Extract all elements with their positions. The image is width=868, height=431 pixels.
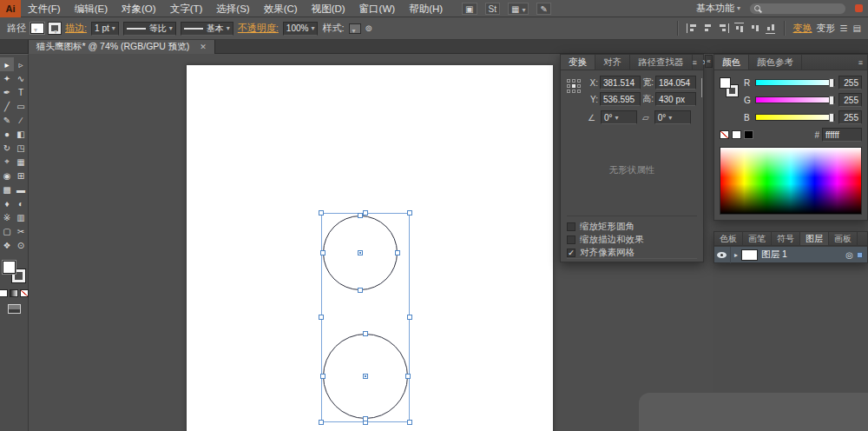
- fill-proxy-swatch[interactable]: [720, 77, 731, 89]
- hand-tool[interactable]: ❖: [0, 238, 14, 252]
- search-input[interactable]: [749, 3, 846, 15]
- eyedropper-tool[interactable]: ♦: [0, 196, 14, 210]
- tab-align[interactable]: 对齐: [595, 55, 630, 70]
- screen-mode-icon[interactable]: [8, 304, 21, 314]
- anchor-point[interactable]: [358, 288, 363, 293]
- opacity-link[interactable]: 不透明度:: [238, 22, 279, 35]
- selection-handle[interactable]: [319, 210, 324, 216]
- magic-wand-tool[interactable]: ✦: [0, 71, 14, 85]
- slider-knob[interactable]: [829, 78, 834, 88]
- style-badge-icon[interactable]: St: [485, 3, 500, 15]
- hex-field[interactable]: ffffff: [822, 128, 862, 142]
- reference-point-locator[interactable]: [567, 79, 581, 106]
- rectangle-tool[interactable]: ▭: [14, 99, 28, 113]
- none-swatch[interactable]: [720, 130, 729, 139]
- red-value-field[interactable]: 255: [838, 76, 862, 90]
- column-graph-tool[interactable]: ▥: [14, 210, 28, 224]
- fill-color-swatch[interactable]: [30, 23, 44, 34]
- direct-selection-tool[interactable]: ▹: [14, 57, 28, 71]
- h-field[interactable]: 430 px: [655, 92, 696, 106]
- checkbox[interactable]: [567, 222, 575, 231]
- center-point[interactable]: [358, 250, 363, 255]
- align-right-icon[interactable]: [718, 23, 729, 33]
- selection-handle[interactable]: [319, 420, 324, 425]
- align-left-icon[interactable]: [687, 23, 698, 33]
- menu-help[interactable]: 帮助(H): [402, 0, 450, 17]
- blue-value-field[interactable]: 255: [838, 110, 862, 124]
- recolor-artwork-icon[interactable]: ⊚: [365, 23, 372, 33]
- slice-tool[interactable]: ✂: [14, 224, 28, 238]
- selection-handle[interactable]: [363, 210, 368, 216]
- panel-menu-icon[interactable]: ≡: [858, 58, 863, 67]
- menu-view[interactable]: 视图(D): [305, 0, 352, 17]
- workspace-switcher-icon[interactable]: ▦: [508, 3, 529, 15]
- rotate-tool[interactable]: ↻: [0, 141, 14, 155]
- opacity-field[interactable]: 100%: [283, 22, 319, 36]
- zoom-tool[interactable]: ⊙: [14, 238, 28, 252]
- tab-layers[interactable]: 图层: [800, 232, 829, 245]
- style-swatch-dropdown[interactable]: [349, 23, 361, 34]
- document-tab[interactable]: 猫头鹰图标* @ 74% (RGB/GPU 预览) ✕: [28, 40, 215, 54]
- green-slider[interactable]: [755, 96, 835, 103]
- line-segment-tool[interactable]: ╱: [0, 99, 14, 113]
- paintbrush-tool[interactable]: ✎: [0, 113, 14, 127]
- tab-brushes[interactable]: 画笔: [743, 232, 772, 245]
- anchor-point[interactable]: [363, 416, 368, 421]
- menu-window[interactable]: 窗口(W): [352, 0, 403, 17]
- selection-handle[interactable]: [407, 315, 412, 320]
- target-circle-icon[interactable]: ◎: [845, 250, 853, 260]
- free-transform-tool[interactable]: ▦: [14, 155, 28, 169]
- blue-slider[interactable]: [755, 114, 835, 121]
- eraser-tool[interactable]: ◧: [14, 127, 28, 141]
- y-field[interactable]: 536.595: [600, 92, 641, 106]
- align-center-icon[interactable]: [702, 23, 713, 33]
- anchor-point[interactable]: [358, 213, 363, 218]
- fill-stroke-proxy[interactable]: [720, 76, 740, 112]
- tab-color[interactable]: 颜色: [714, 55, 749, 70]
- close-tab-icon[interactable]: ✕: [200, 43, 207, 51]
- stacked-panels-icon[interactable]: ☰: [840, 23, 848, 33]
- align-middle-icon[interactable]: [750, 23, 760, 34]
- slider-knob[interactable]: [829, 96, 834, 105]
- anchor-point[interactable]: [320, 374, 326, 379]
- w-field[interactable]: 184.054: [655, 76, 696, 90]
- center-point[interactable]: [363, 374, 368, 379]
- grid-panel-icon[interactable]: ▤: [853, 23, 861, 33]
- tab-color-guide[interactable]: 颜色参考: [749, 55, 802, 70]
- tab-transform[interactable]: 变换: [561, 55, 595, 70]
- selection-handle[interactable]: [407, 210, 412, 216]
- tab-pathfinder[interactable]: 路径查找器: [630, 55, 693, 70]
- checkbox[interactable]: [567, 235, 575, 244]
- anchor-point[interactable]: [363, 331, 368, 336]
- layer-thumbnail[interactable]: [741, 249, 758, 261]
- gradient-tool[interactable]: ▬: [14, 182, 28, 196]
- stroke-link[interactable]: 描边:: [65, 22, 87, 35]
- lasso-tool[interactable]: ∿: [14, 71, 28, 85]
- brush-definition-dropdown[interactable]: 基本: [181, 22, 233, 36]
- menu-object[interactable]: 对象(O): [115, 0, 163, 17]
- anchor-point[interactable]: [405, 374, 411, 379]
- shear-field[interactable]: 0°: [654, 110, 691, 124]
- fill-proxy-swatch[interactable]: [3, 261, 16, 274]
- x-field[interactable]: 381.514: [600, 76, 641, 90]
- pencil-tool[interactable]: ∕: [14, 113, 28, 127]
- artboard-tool[interactable]: ▢: [0, 224, 14, 238]
- white-swatch[interactable]: [732, 130, 741, 139]
- perspective-grid-tool[interactable]: ⊞: [14, 169, 28, 182]
- scale-rect-corners-option[interactable]: 缩放矩形圆角: [567, 220, 697, 233]
- type-tool[interactable]: T: [14, 85, 28, 99]
- anchor-point[interactable]: [320, 250, 326, 255]
- selection-handle[interactable]: [319, 315, 324, 320]
- pen-tool[interactable]: ✒: [0, 85, 14, 99]
- transform-link[interactable]: 变换: [793, 22, 812, 35]
- blob-brush-tool[interactable]: ●: [0, 127, 14, 141]
- selection-handle[interactable]: [407, 420, 412, 425]
- stroke-weight-field[interactable]: 1 pt: [91, 22, 119, 36]
- arrange-documents-icon[interactable]: ▣: [462, 3, 477, 15]
- align-pixel-grid-option[interactable]: ✓ 对齐像素网格: [567, 246, 697, 259]
- menu-type[interactable]: 文字(T): [163, 0, 210, 17]
- color-mode-icon[interactable]: [0, 289, 8, 297]
- menu-effect[interactable]: 效果(C): [257, 0, 305, 17]
- rotate-field[interactable]: 0°: [601, 110, 637, 124]
- menu-edit[interactable]: 编辑(E): [68, 0, 115, 17]
